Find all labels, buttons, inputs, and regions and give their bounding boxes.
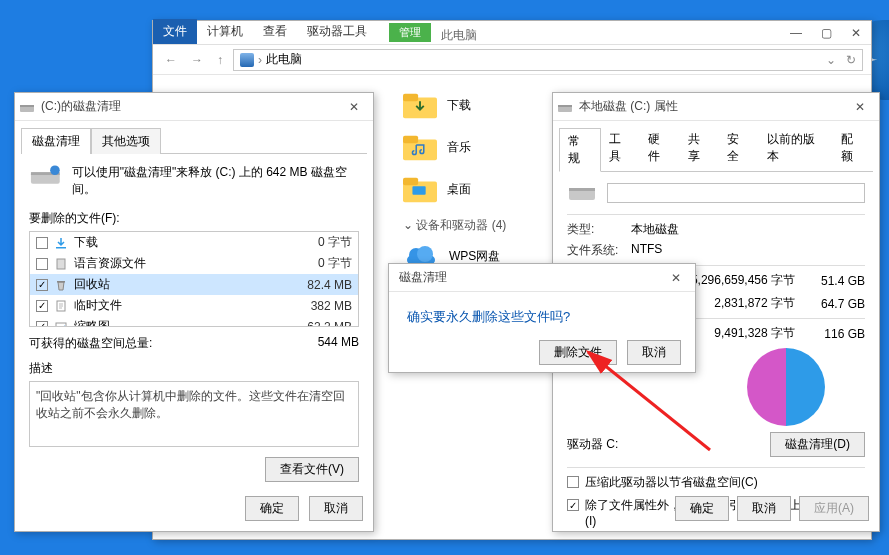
props-title: 本地磁盘 (C:) 属性 bbox=[579, 98, 845, 115]
download-icon bbox=[54, 236, 68, 250]
drive-letter-label: 驱动器 C: bbox=[567, 436, 618, 453]
svg-point-18 bbox=[50, 165, 60, 175]
maximize-button[interactable]: ▢ bbox=[811, 22, 841, 44]
close-button[interactable]: ✕ bbox=[845, 96, 875, 118]
thumbnail-icon bbox=[54, 320, 68, 328]
tab-disk-cleanup[interactable]: 磁盘清理 bbox=[21, 128, 91, 154]
address-bar-row: ← → ↑ › 此电脑 ⌄ ↻ bbox=[153, 45, 871, 75]
tab-general[interactable]: 常规 bbox=[559, 128, 601, 172]
ribbon-tab-computer[interactable]: 计算机 bbox=[197, 19, 253, 44]
tab-more-options[interactable]: 其他选项 bbox=[91, 128, 161, 154]
disk-cleanup-button[interactable]: 磁盘清理(D) bbox=[770, 432, 865, 457]
svg-rect-1 bbox=[403, 94, 418, 102]
cleanup-title: (C:)的磁盘清理 bbox=[41, 98, 339, 115]
checkbox[interactable] bbox=[567, 476, 579, 488]
explorer-title: 此电脑 bbox=[441, 27, 477, 44]
minimize-button[interactable]: — bbox=[781, 22, 811, 44]
list-item[interactable]: ✓ 临时文件382 MB bbox=[30, 295, 358, 316]
file-icon bbox=[54, 257, 68, 271]
compress-checkbox-row[interactable]: 压缩此驱动器以节省磁盘空间(C) bbox=[567, 474, 865, 491]
list-item[interactable]: ✓ 缩略图62.2 MB bbox=[30, 316, 358, 327]
list-item[interactable]: ✓ 回收站82.4 MB bbox=[30, 274, 358, 295]
confirm-message: 确实要永久删除这些文件吗? bbox=[389, 292, 695, 340]
breadcrumb-dropdown[interactable]: ⌄ bbox=[826, 53, 836, 67]
ok-button[interactable]: 确定 bbox=[675, 496, 729, 521]
this-pc-icon bbox=[240, 53, 254, 67]
total-value: 544 MB bbox=[318, 335, 359, 352]
breadcrumb-text: 此电脑 bbox=[266, 51, 302, 68]
svg-rect-6 bbox=[412, 186, 425, 195]
close-button[interactable]: ✕ bbox=[339, 96, 369, 118]
drive-cleanup-icon bbox=[29, 164, 62, 188]
checkbox[interactable] bbox=[36, 237, 48, 249]
type-value: 本地磁盘 bbox=[631, 221, 679, 238]
files-to-delete-label: 要删除的文件(F): bbox=[29, 210, 359, 227]
refresh-button[interactable]: ↻ bbox=[846, 53, 856, 67]
props-tabs: 常规 工具 硬件 共享 安全 以前的版本 配额 bbox=[559, 127, 873, 172]
svg-point-9 bbox=[417, 246, 433, 262]
explorer-ribbon: 文件 计算机 查看 驱动器工具 管理 此电脑 — ▢ ✕ bbox=[153, 21, 871, 45]
list-item[interactable]: 语言资源文件0 字节 bbox=[30, 253, 358, 274]
up-button[interactable]: ↑ bbox=[213, 53, 227, 67]
cleanup-file-list[interactable]: 下载0 字节 语言资源文件0 字节 ✓ 回收站82.4 MB ✓ 临时文件382… bbox=[29, 231, 359, 327]
drive-name-input[interactable] bbox=[607, 183, 865, 203]
ribbon-tab-drivetools[interactable]: 驱动器工具 bbox=[297, 19, 377, 44]
recycle-bin-icon bbox=[54, 278, 68, 292]
svg-rect-15 bbox=[20, 105, 34, 107]
checkbox[interactable]: ✓ bbox=[567, 499, 579, 511]
temp-file-icon bbox=[54, 299, 68, 313]
drive-icon bbox=[19, 99, 35, 115]
folder-label: 音乐 bbox=[447, 139, 471, 156]
ok-button[interactable]: 确定 bbox=[245, 496, 299, 521]
disk-cleanup-window: (C:)的磁盘清理 ✕ 磁盘清理 其他选项 可以使用"磁盘清理"来释放 (C:)… bbox=[14, 92, 374, 532]
cancel-button[interactable]: 取消 bbox=[737, 496, 791, 521]
apply-button[interactable]: 应用(A) bbox=[799, 496, 869, 521]
back-button[interactable]: ← bbox=[161, 53, 181, 67]
ribbon-tab-file[interactable]: 文件 bbox=[153, 19, 197, 44]
ribbon-context-manage[interactable]: 管理 bbox=[389, 23, 431, 42]
svg-rect-21 bbox=[57, 281, 65, 283]
cancel-button[interactable]: 取消 bbox=[627, 340, 681, 365]
view-files-button[interactable]: 查看文件(V) bbox=[265, 457, 359, 482]
folder-icon bbox=[403, 133, 437, 161]
tab-previous[interactable]: 以前的版本 bbox=[759, 127, 834, 171]
delete-files-button[interactable]: 删除文件 bbox=[539, 340, 617, 365]
cleanup-tabs: 磁盘清理 其他选项 bbox=[21, 127, 367, 154]
svg-rect-19 bbox=[56, 247, 66, 249]
type-label: 类型: bbox=[567, 221, 631, 238]
checkbox[interactable] bbox=[36, 258, 48, 270]
fs-label: 文件系统: bbox=[567, 242, 631, 259]
tab-quota[interactable]: 配额 bbox=[833, 127, 873, 171]
close-button[interactable]: ✕ bbox=[841, 22, 871, 44]
tab-tools[interactable]: 工具 bbox=[601, 127, 641, 171]
list-item[interactable]: 下载0 字节 bbox=[30, 232, 358, 253]
svg-rect-28 bbox=[569, 188, 595, 191]
svg-rect-23 bbox=[56, 323, 66, 328]
folder-label: 桌面 bbox=[447, 181, 471, 198]
checkbox[interactable]: ✓ bbox=[36, 321, 48, 328]
ribbon-tab-view[interactable]: 查看 bbox=[253, 19, 297, 44]
tab-sharing[interactable]: 共享 bbox=[680, 127, 720, 171]
forward-button[interactable]: → bbox=[187, 53, 207, 67]
checkbox[interactable]: ✓ bbox=[36, 279, 48, 291]
cleanup-titlebar: (C:)的磁盘清理 ✕ bbox=[15, 93, 373, 121]
svg-rect-26 bbox=[558, 105, 572, 107]
tab-hardware[interactable]: 硬件 bbox=[640, 127, 680, 171]
description-text: "回收站"包含你从计算机中删除的文件。这些文件在清空回收站之前不会永久删除。 bbox=[29, 381, 359, 447]
total-label: 可获得的磁盘空间总量: bbox=[29, 335, 152, 352]
cancel-button[interactable]: 取消 bbox=[309, 496, 363, 521]
drive-icon bbox=[557, 99, 573, 115]
props-titlebar: 本地磁盘 (C:) 属性 ✕ bbox=[553, 93, 879, 121]
breadcrumb-bar[interactable]: › 此电脑 ⌄ ↻ bbox=[233, 49, 863, 71]
fs-value: NTFS bbox=[631, 242, 662, 259]
svg-rect-20 bbox=[57, 259, 65, 269]
tab-security[interactable]: 安全 bbox=[719, 127, 759, 171]
checkbox[interactable]: ✓ bbox=[36, 300, 48, 312]
close-button[interactable]: ✕ bbox=[661, 267, 691, 289]
svg-rect-5 bbox=[403, 178, 418, 186]
capacity-pie-chart bbox=[747, 348, 825, 426]
folder-label: 下载 bbox=[447, 97, 471, 114]
confirm-title: 磁盘清理 bbox=[393, 269, 661, 286]
folder-icon bbox=[403, 91, 437, 119]
confirm-dialog: 磁盘清理 ✕ 确实要永久删除这些文件吗? 删除文件 取消 bbox=[388, 263, 696, 373]
